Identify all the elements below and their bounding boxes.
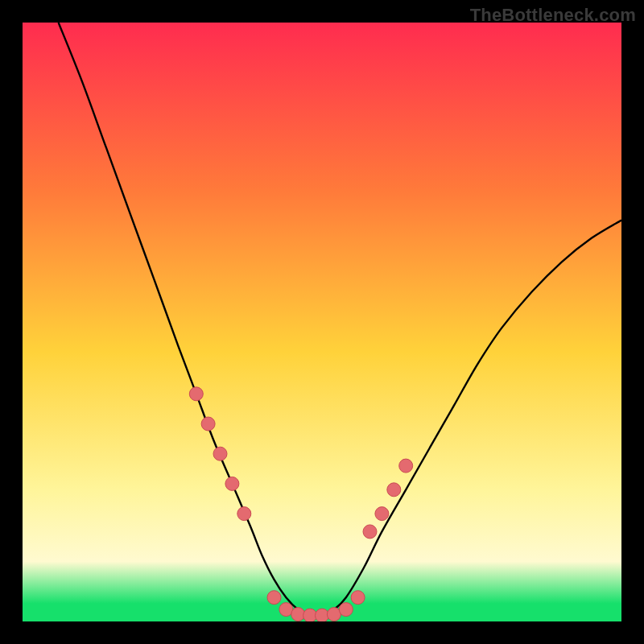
chart-frame bbox=[23, 23, 621, 621]
marker-point bbox=[213, 447, 227, 460]
marker-point bbox=[267, 591, 281, 605]
marker-point bbox=[363, 525, 377, 539]
marker-point bbox=[339, 603, 353, 617]
gradient-background bbox=[23, 23, 621, 621]
marker-point bbox=[387, 483, 401, 497]
marker-point bbox=[201, 417, 215, 431]
marker-point bbox=[291, 608, 305, 621]
marker-point bbox=[237, 507, 251, 521]
marker-point bbox=[399, 459, 413, 473]
marker-point bbox=[316, 609, 329, 621]
bottleneck-chart bbox=[23, 23, 621, 621]
marker-point bbox=[189, 387, 203, 401]
marker-point bbox=[351, 591, 365, 605]
marker-point bbox=[375, 507, 389, 521]
watermark-text: TheBottleneck.com bbox=[470, 5, 636, 26]
marker-point bbox=[225, 477, 239, 490]
